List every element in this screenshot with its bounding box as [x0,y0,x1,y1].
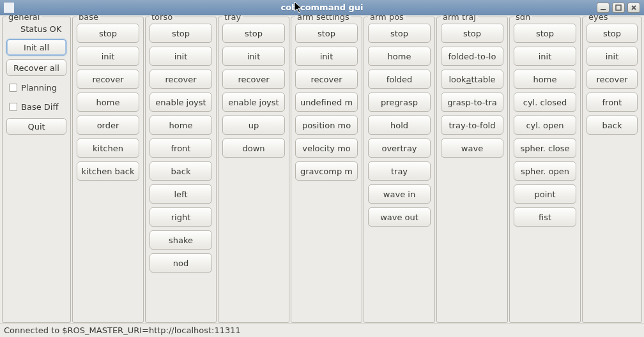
col-base: base stop init recover home order kitche… [72,17,144,323]
armpos-pregrasp-button[interactable]: pregrasp [368,93,431,112]
checkbox-box-icon [9,84,17,92]
armtraj-tray-to-fold-button[interactable]: tray-to-fold [441,116,503,135]
torso-enable-joystick-button[interactable]: enable joyst [150,93,212,112]
armset-init-button[interactable]: init [295,47,358,66]
torso-nod-button[interactable]: nod [150,253,212,273]
base-stop-button[interactable]: stop [77,24,139,43]
armpos-stop-button[interactable]: stop [368,24,431,43]
torso-init-button[interactable]: init [150,47,212,66]
col-title-torso: torso [150,15,174,22]
armtraj-folded-to-lo-button[interactable]: folded-to-lo [441,47,503,66]
torso-stop-button[interactable]: stop [150,24,212,43]
torso-left-button[interactable]: left [150,184,212,204]
sdh-fist-button[interactable]: fist [514,207,576,227]
armset-recover-button[interactable]: recover [295,70,358,89]
eyes-front-button[interactable]: front [586,93,638,112]
statusbar: Connected to $ROS_MASTER_URI=http://loca… [0,323,644,337]
base-order-button[interactable]: order [77,116,139,135]
armset-position-mode-button[interactable]: position mo [295,116,358,135]
col-title-tray: tray [222,15,243,22]
close-button[interactable] [627,3,640,13]
app-icon [4,3,14,13]
cursor-icon [294,1,304,16]
svg-rect-1 [616,5,621,10]
base-kitchen-back-button[interactable]: kitchen back [77,161,139,181]
columns-container: general Status OK Init all Recover all P… [0,15,644,323]
eyes-init-button[interactable]: init [586,47,638,66]
armpos-home-button[interactable]: home [368,47,431,66]
base-diff-checkbox[interactable]: Base Diff [6,99,66,114]
col-sdh: sdh stop init home cyl. closed cyl. open… [509,17,581,323]
base-kitchen-button[interactable]: kitchen [77,139,139,158]
col-title-arm-settings: arm settings [295,15,351,22]
base-recover-button[interactable]: recover [77,70,139,89]
sdh-home-button[interactable]: home [514,70,576,89]
col-title-arm-pos: arm pos [368,15,406,22]
armtraj-lookattable-button[interactable]: lookattable [441,70,503,89]
col-title-base: base [77,15,100,22]
torso-front-button[interactable]: front [150,139,212,158]
checkbox-box-icon [9,103,17,111]
eyes-recover-button[interactable]: recover [586,70,638,89]
tray-init-button[interactable]: init [222,47,285,66]
status-label: Status OK [6,24,66,35]
col-general: general Status OK Init all Recover all P… [2,17,71,323]
armpos-wave-out-button[interactable]: wave out [368,207,431,227]
col-torso: torso stop init recover enable joyst hom… [145,17,217,323]
armset-undefined-mode-button[interactable]: undefined m [295,93,358,112]
base-init-button[interactable]: init [77,47,139,66]
sdh-cyl-open-button[interactable]: cyl. open [514,116,576,135]
torso-recover-button[interactable]: recover [150,70,212,89]
sdh-spher-close-button[interactable]: spher. close [514,139,576,158]
torso-home-button[interactable]: home [150,116,212,135]
base-home-button[interactable]: home [77,93,139,112]
armpos-tray-button[interactable]: tray [368,161,431,181]
planning-checkbox[interactable]: Planning [6,80,66,95]
eyes-stop-button[interactable]: stop [586,24,638,43]
torso-right-button[interactable]: right [150,207,212,227]
armset-gravcomp-mode-button[interactable]: gravcomp m [295,161,358,181]
col-title-eyes: eyes [586,15,610,22]
col-eyes: eyes stop init recover front back [582,17,642,323]
armset-stop-button[interactable]: stop [295,24,358,43]
col-title-arm-traj: arm traj [441,15,478,22]
col-arm-pos: arm pos stop home folded pregrasp hold o… [364,17,435,323]
col-title-general: general [6,15,42,22]
sdh-stop-button[interactable]: stop [514,24,576,43]
sdh-point-button[interactable]: point [514,184,576,204]
planning-label: Planning [21,83,57,93]
eyes-back-button[interactable]: back [586,116,638,135]
armpos-folded-button[interactable]: folded [368,70,431,89]
quit-button[interactable]: Quit [6,118,66,135]
torso-shake-button[interactable]: shake [150,230,212,250]
armtraj-stop-button[interactable]: stop [441,24,503,43]
col-arm-settings: arm settings stop init recover undefined… [291,17,362,323]
tray-recover-button[interactable]: recover [222,70,285,89]
armpos-hold-button[interactable]: hold [368,116,431,135]
armpos-overtray-button[interactable]: overtray [368,139,431,158]
armset-velocity-mode-button[interactable]: velocity mo [295,139,358,158]
base-diff-label: Base Diff [21,102,58,112]
minimize-button[interactable] [597,3,610,13]
window-title: cob command gui [0,3,644,12]
tray-enable-joystick-button[interactable]: enable joyst [222,93,285,112]
torso-back-button[interactable]: back [150,161,212,181]
tray-stop-button[interactable]: stop [222,24,285,43]
col-tray: tray stop init recover enable joyst up d… [218,17,289,323]
armtraj-wave-button[interactable]: wave [441,139,503,158]
tray-up-button[interactable]: up [222,116,285,135]
col-title-sdh: sdh [514,15,532,22]
init-all-button[interactable]: Init all [6,39,66,56]
armpos-wave-in-button[interactable]: wave in [368,184,431,204]
maximize-button[interactable] [612,3,625,13]
recover-all-button[interactable]: Recover all [6,59,66,76]
tray-down-button[interactable]: down [222,139,285,158]
armtraj-grasp-to-tra-button[interactable]: grasp-to-tra [441,93,503,112]
col-arm-traj: arm traj stop folded-to-lo lookattable g… [436,17,508,323]
sdh-cyl-closed-button[interactable]: cyl. closed [514,93,576,112]
sdh-spher-open-button[interactable]: spher. open [514,161,576,181]
titlebar: cob command gui [0,0,644,15]
svg-rect-0 [601,9,606,10]
sdh-init-button[interactable]: init [514,47,576,66]
